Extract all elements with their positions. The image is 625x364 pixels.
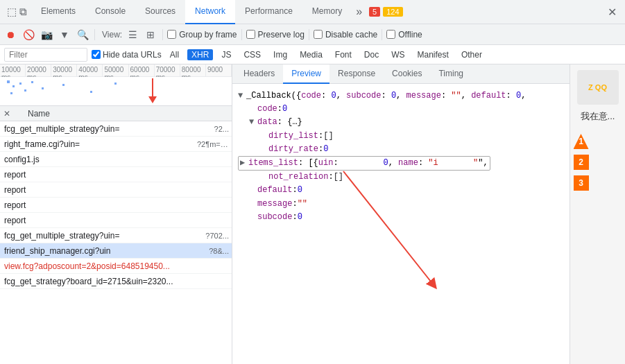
network-row-8[interactable]: friend_ship_manager.cgi?uin ?8&... [0,243,232,259]
group-by-frame-label: Group by frame [167,30,237,40]
network-row-7[interactable]: fcg_get_multiple_strategy?uin= ?702... [0,228,232,243]
spacer-8 [249,198,256,211]
tick-3: 40000 ms [77,64,103,76]
disable-cache-checkbox[interactable] [314,30,323,39]
tick-7: 80000 ms [180,64,206,76]
view-grid-button[interactable]: ⊞ [143,27,158,42]
filter-xhr-button[interactable]: XHR [187,49,213,60]
error-count-badge[interactable]: 5 [369,7,380,17]
val-7: 0 [298,184,302,197]
network-row-2[interactable]: config1.js [0,152,232,167]
filter-manifest-button[interactable]: Manifest [413,49,453,60]
sep-5: : [{uin: 0, name: "i "", [298,157,488,170]
tick-6: 70000 ms [155,64,180,76]
offline-label: Offline [386,30,422,40]
network-row-3[interactable]: report [0,167,232,182]
filter-button[interactable]: ▼ [57,27,72,42]
preview-line-6: not_relation: [] [238,171,564,184]
filter-css-button[interactable]: CSS [239,49,265,60]
sep-9: : [292,211,297,224]
tab-cookies[interactable]: Cookies [384,64,430,84]
filter-js-button[interactable]: JS [217,49,235,60]
tab-more-button[interactable]: » [352,6,366,18]
group-by-frame-text: Group by frame [179,30,237,40]
tick-1: 20000 ms [26,64,51,76]
preserve-log-label: Preserve log [246,30,305,40]
preview-line-0: ▼ _Callback({code: 0, subcode: 0, messag… [238,89,564,103]
preserve-log-checkbox[interactable] [246,30,255,39]
warning-count-badge[interactable]: 124 [383,7,402,17]
row-status-1: ?2¶m=3... [197,140,232,148]
row-name-9: view.fcg?adposcount=2&posid=648519450... [0,261,197,271]
tab-elements[interactable]: Elements [31,0,85,24]
svg-rect-5 [10,92,12,94]
sep-7: : [292,184,297,197]
disable-cache-label: Disable cache [314,30,377,40]
tab-timing[interactable]: Timing [430,64,472,84]
key-6: not_relation [268,171,328,184]
tab-network[interactable]: Network [185,0,235,24]
tick-5: 60000 ms [129,64,155,76]
tab-memory[interactable]: Memory [302,0,352,24]
main-area: 10000 ms 20000 ms 30000 ms 40000 ms 5000… [0,64,625,364]
hide-data-urls-text: Hide data URLs [103,50,162,60]
tab-response[interactable]: Response [329,64,384,84]
network-row-1[interactable]: right_frame.cgi?uin= ?2¶m=3... [0,137,232,152]
expand-icon-0[interactable]: ▼ [238,89,245,103]
key-8: message [257,198,292,211]
search-button[interactable]: 🔍 [75,27,90,42]
preview-line-3: dirty_list: [] [238,130,564,143]
separator-1 [94,29,95,40]
device-icon[interactable]: ⧉ [19,6,27,18]
filter-bar: Hide data URLs All XHR JS CSS Img Media … [0,45,625,64]
filter-doc-button[interactable]: Doc [360,49,383,60]
view-list-button[interactable]: ☰ [125,27,140,42]
devtools-close-button[interactable]: ✕ [602,6,622,19]
tab-performance[interactable]: Performance [235,0,302,24]
sep-8: : [292,198,297,211]
record-button[interactable]: ⏺ [3,27,18,42]
camera-button[interactable]: 📷 [39,27,54,42]
tab-headers[interactable]: Headers [235,64,283,84]
filter-media-button[interactable]: Media [296,49,327,60]
tab-sources[interactable]: Sources [135,0,185,24]
expand-icon-5[interactable]: ▶ [240,157,247,170]
spacer-6 [260,171,267,184]
sep-3: : [318,130,323,143]
network-row-10[interactable]: fcg_get_strategy?board_id=2715&uin=2320.… [0,274,232,289]
val-3: [] [323,130,333,143]
filter-ws-button[interactable]: WS [387,49,409,60]
spacer-9 [249,211,256,224]
timeline[interactable]: 10000 ms 20000 ms 30000 ms 40000 ms 5000… [0,64,232,106]
hide-data-urls-checkbox[interactable] [92,50,101,59]
tab-console[interactable]: Console [85,0,135,24]
filter-img-button[interactable]: Img [269,49,291,60]
filter-input[interactable] [4,48,87,62]
sep-6: : [328,171,333,184]
clear-button[interactable]: 🚫 [21,27,36,42]
network-row-4[interactable]: report [0,182,232,198]
close-panel-button[interactable]: ✕ [0,109,14,119]
preview-line-7: default: 0 [238,184,564,197]
filter-all-button[interactable]: All [166,49,183,60]
filter-other-button[interactable]: Other [457,49,486,60]
network-row-5[interactable]: report [0,198,232,213]
expand-icon-2[interactable]: ▼ [249,116,256,129]
side-main-text: 我在意... [578,107,618,125]
inspect-icon[interactable]: ⬚ [7,6,17,18]
svg-rect-9 [114,83,117,85]
svg-rect-2 [19,83,22,85]
tab-preview[interactable]: Preview [283,64,329,84]
group-by-frame-checkbox[interactable] [167,30,176,39]
timeline-content [0,77,232,106]
name-column-header: Name [14,109,232,119]
tick-4: 50000 ms [103,64,128,76]
network-row-0[interactable]: fcg_get_multiple_strategy?uin= ?2... [0,121,232,137]
network-row-6[interactable]: report [0,213,232,228]
svg-rect-0 [7,80,10,83]
offline-checkbox[interactable] [386,30,395,39]
network-list: fcg_get_multiple_strategy?uin= ?2... rig… [0,121,232,364]
filter-font-button[interactable]: Font [331,49,356,60]
preview-line-9: subcode: 0 [238,211,564,224]
network-row-9[interactable]: view.fcg?adposcount=2&posid=648519450... [0,259,232,274]
